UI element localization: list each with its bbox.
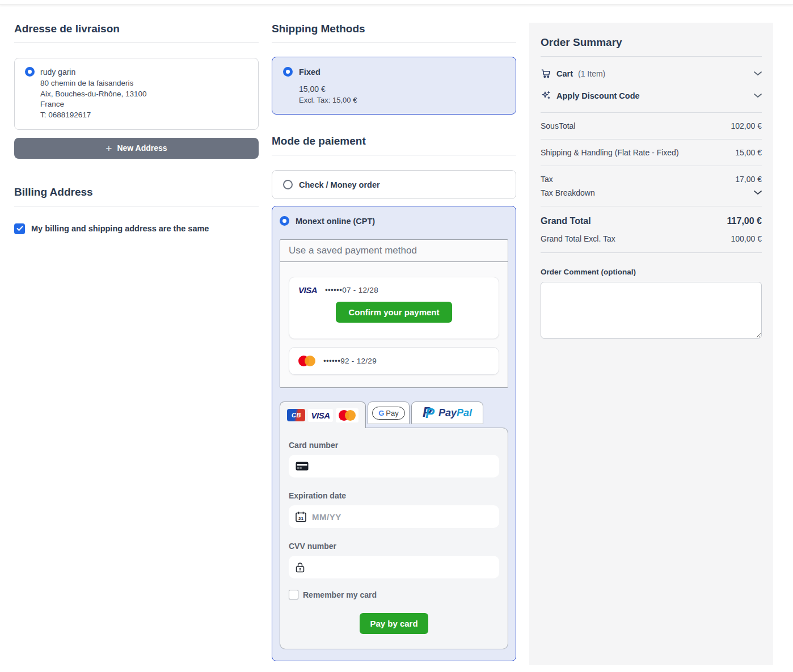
shipping-row: Shipping & Handling (Flat Rate - Fixed) … xyxy=(541,140,762,166)
tax-label: Tax xyxy=(541,175,553,184)
discount-label: Apply Discount Code xyxy=(556,91,640,100)
tax-row: Tax 17,00 € xyxy=(541,166,762,187)
cart-count: (1 Item) xyxy=(578,69,605,78)
fixed-label: Fixed xyxy=(299,67,320,77)
payment-method-tabs: CB VISA GPay PP PayPal xyxy=(280,401,508,428)
fixed-price: 15,00 € xyxy=(299,84,505,94)
svg-text:21: 21 xyxy=(298,515,303,521)
grand-total-value: 117,00 € xyxy=(727,216,762,226)
discount-toggle-row[interactable]: Apply Discount Code xyxy=(541,90,762,101)
cvv-input[interactable] xyxy=(289,556,499,578)
checkbox-checked-icon[interactable] xyxy=(14,223,25,234)
card-payment-form: Card number Expiration date 21 MM/YY xyxy=(280,428,508,649)
payment-option-monext[interactable]: Monext online (CPT) Use a saved payment … xyxy=(272,206,516,661)
lock-icon xyxy=(296,562,305,573)
fixed-radio-selected[interactable] xyxy=(283,67,293,77)
order-summary-title: Order Summary xyxy=(541,36,762,57)
tax-breakdown-label: Tax Breakdown xyxy=(541,188,595,197)
check-radio-unselected[interactable] xyxy=(283,180,293,189)
shipping-method-fixed[interactable]: Fixed 15,00 € Excl. Tax: 15,00 € xyxy=(272,57,516,115)
payment-option-check[interactable]: Check / Money order xyxy=(272,170,516,199)
cart-toggle-row[interactable]: Cart (1 Item) xyxy=(541,68,762,79)
address-card[interactable]: rudy garin 80 chemin de la faisanderis A… xyxy=(14,58,259,130)
subtotal-value: 102,00 € xyxy=(731,121,762,130)
shipping-value: 15,00 € xyxy=(735,148,762,157)
cart-icon xyxy=(541,68,551,79)
calendar-icon: 21 xyxy=(296,512,306,522)
grand-total-excl-row: Grand Total Excl. Tax 100,00 € xyxy=(541,230,762,253)
fixed-excl-tax: Excl. Tax: 15,00 € xyxy=(299,96,505,104)
subtotal-label: SousTotal xyxy=(541,121,575,130)
tab-card-payment[interactable]: CB VISA xyxy=(280,401,366,428)
remember-card-row[interactable]: Remember my card xyxy=(289,590,499,599)
tab-google-pay[interactable]: GPay xyxy=(368,401,410,424)
gpay-logo-icon: GPay xyxy=(372,407,405,420)
monext-label: Monext online (CPT) xyxy=(296,217,375,226)
sparkles-icon xyxy=(541,90,551,101)
billing-same-label: My billing and shipping address are the … xyxy=(31,224,209,233)
billing-same-row[interactable]: My billing and shipping address are the … xyxy=(14,223,259,234)
order-comment-label: Order Comment (optional) xyxy=(541,268,762,276)
check-label: Check / Money order xyxy=(299,180,380,189)
address-line1: 80 chemin de la faisanderis xyxy=(40,78,248,89)
chevron-down-icon[interactable] xyxy=(754,191,762,195)
payment-title: Mode de paiement xyxy=(272,135,516,155)
card-number-label: Card number xyxy=(289,441,499,450)
new-address-button[interactable]: + New Address xyxy=(14,138,259,159)
saved-card-visa[interactable]: VISA ••••••07 - 12/28 Confirm your payme… xyxy=(289,277,499,339)
mastercard-logo-icon xyxy=(298,356,315,366)
chevron-down-icon[interactable] xyxy=(754,94,762,98)
page-top-border xyxy=(0,0,793,5)
visa-masked-number: ••••••07 - 12/28 xyxy=(325,286,378,294)
remember-checkbox-unchecked[interactable] xyxy=(289,590,298,599)
visa-logo-icon: VISA xyxy=(298,285,317,295)
grand-total-row: Grand Total 117,00 € xyxy=(541,206,762,230)
cart-label: Cart xyxy=(556,69,573,78)
tax-value: 17,00 € xyxy=(735,175,762,184)
cvv-label: CVV number xyxy=(289,542,499,551)
pay-by-card-button[interactable]: Pay by card xyxy=(360,613,428,634)
tab-paypal[interactable]: PP PayPal xyxy=(411,401,483,424)
saved-payment-panel: Use a saved payment method VISA ••••••07… xyxy=(280,239,508,388)
expiration-placeholder: MM/YY xyxy=(312,512,341,522)
shipping-methods-title: Shipping Methods xyxy=(272,23,516,43)
paypal-logo-icon: PP PayPal xyxy=(423,405,472,420)
cb-logo-icon: CB xyxy=(287,409,305,421)
grand-total-excl-value: 100,00 € xyxy=(731,234,762,243)
expiration-input[interactable]: 21 MM/YY xyxy=(289,505,499,528)
shipping-address-title: Adresse de livraison xyxy=(14,23,259,43)
saved-card-mastercard[interactable]: ••••••92 - 12/29 xyxy=(289,347,499,375)
visa-logo-icon: VISA xyxy=(311,411,330,420)
new-address-label: New Address xyxy=(117,143,167,153)
address-phone: T: 0688192617 xyxy=(40,110,248,121)
confirm-payment-button[interactable]: Confirm your payment xyxy=(336,302,452,323)
grand-total-excl-label: Grand Total Excl. Tax xyxy=(541,234,615,243)
saved-payment-header: Use a saved payment method xyxy=(280,240,508,262)
billing-address-title: Billing Address xyxy=(14,186,259,206)
grand-total-label: Grand Total xyxy=(541,216,591,226)
plus-icon: + xyxy=(106,143,112,154)
order-comment-textarea[interactable] xyxy=(541,282,762,339)
chevron-down-icon[interactable] xyxy=(754,71,762,76)
address-line3: France xyxy=(40,99,248,110)
expiration-label: Expiration date xyxy=(289,491,499,500)
shipping-payment-section: Shipping Methods Fixed 15,00 € Excl. Tax… xyxy=(272,23,516,661)
shipping-address-section: Adresse de livraison rudy garin 80 chemi… xyxy=(14,23,259,234)
address-lines: 80 chemin de la faisanderis Aix, Bouches… xyxy=(40,78,248,121)
shipping-label: Shipping & Handling (Flat Rate - Fixed) xyxy=(541,148,679,157)
tax-breakdown-row[interactable]: Tax Breakdown xyxy=(541,187,762,206)
address-name: rudy garin xyxy=(40,67,75,77)
credit-card-icon xyxy=(296,462,309,471)
order-summary-panel: Order Summary Cart (1 Item) Apply Discou… xyxy=(529,23,773,665)
mastercard-logo-icon xyxy=(339,410,356,421)
card-number-input[interactable] xyxy=(289,455,499,477)
mastercard-masked-number: ••••••92 - 12/29 xyxy=(323,357,377,365)
monext-radio-selected[interactable] xyxy=(280,216,289,226)
address-radio-selected[interactable] xyxy=(25,67,35,77)
remember-label: Remember my card xyxy=(303,590,377,599)
subtotal-row: SousTotal 102,00 € xyxy=(541,113,762,140)
address-line2: Aix, Bouches-du-Rhône, 13100 xyxy=(40,89,248,100)
